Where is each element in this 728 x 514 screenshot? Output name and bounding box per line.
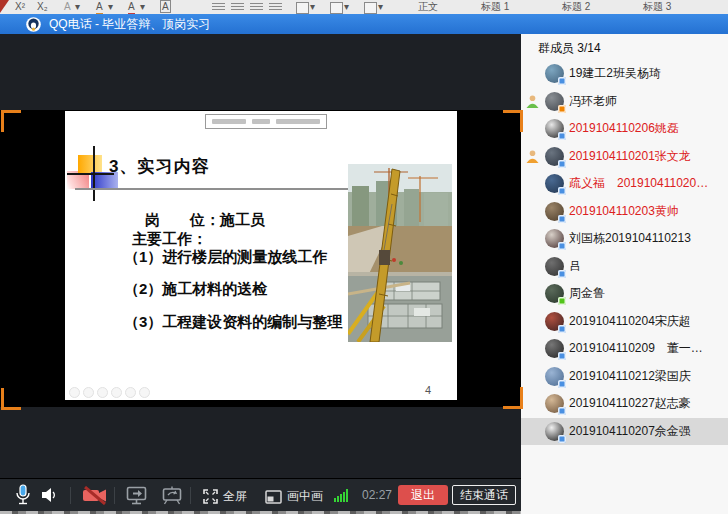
avatar <box>545 119 564 138</box>
camera-off-button[interactable] <box>82 486 108 505</box>
member-name: 2019104110206姚磊 <box>569 120 679 137</box>
member-list-item[interactable]: 2019104110207佘金强 <box>521 418 728 446</box>
member-name: 冯环老师 <box>569 93 617 110</box>
member-list-item[interactable]: 2019104110204宋庆超 <box>521 308 728 336</box>
member-name: 2019104110203黄帅 <box>569 203 679 220</box>
online-badge-icon <box>558 132 566 140</box>
exit-button[interactable]: 退出 <box>398 485 448 505</box>
member-name: 2019104110204宋庆超 <box>569 313 691 330</box>
speaking-status-icon <box>525 94 541 109</box>
justify-icon[interactable] <box>269 3 282 12</box>
align-right-icon[interactable] <box>250 3 263 12</box>
font-effects-icon[interactable]: A <box>64 0 71 13</box>
avatar <box>545 147 564 166</box>
dropdown-caret-icon[interactable]: ▾ <box>140 0 145 13</box>
borders-icon[interactable] <box>364 2 377 14</box>
capture-corner-bottomleft <box>1 388 21 410</box>
toolbar-divider <box>70 487 71 504</box>
picture-in-picture-icon <box>265 490 282 504</box>
member-list-item[interactable]: 19建工2班吴杨琦 <box>521 60 728 88</box>
background-app-logo-icon <box>0 0 9 13</box>
speaker-button[interactable] <box>40 487 58 503</box>
member-list-item[interactable]: 2019104110227赵志豪 <box>521 390 728 418</box>
align-left-icon[interactable] <box>212 3 225 12</box>
more-options-icon <box>139 387 150 398</box>
status-slot <box>525 121 541 136</box>
avatar <box>545 92 564 111</box>
dropdown-caret-icon[interactable]: ▾ <box>75 0 80 13</box>
subscript-icon[interactable]: X₂ <box>37 0 48 13</box>
member-name: 刘国栋2019104110213 <box>569 230 691 247</box>
dropdown-caret-icon[interactable]: ▾ <box>378 0 383 13</box>
online-badge-icon <box>558 407 566 415</box>
style-heading1[interactable]: 标题 1 <box>481 0 509 13</box>
line-spacing-icon[interactable] <box>296 2 309 14</box>
dropdown-caret-icon[interactable]: ▾ <box>108 0 113 13</box>
online-badge-icon <box>558 352 566 360</box>
shading-icon[interactable] <box>330 2 343 14</box>
call-timer: 02:27 <box>362 488 392 502</box>
prev-slide-icon <box>69 387 80 398</box>
dropdown-caret-icon[interactable]: ▾ <box>310 0 315 13</box>
call-title: QQ电话 - 毕业答辩、顶岗实习 <box>49 16 210 33</box>
member-name: 2019104110212梁国庆 <box>569 368 691 385</box>
avatar <box>545 174 564 193</box>
style-heading2[interactable]: 标题 2 <box>562 0 590 13</box>
member-list-item[interactable]: 吕 <box>521 253 728 281</box>
slide-logo-decoration <box>67 173 114 175</box>
highlight-color-icon[interactable]: A <box>96 0 103 14</box>
member-list-item[interactable]: 2019104110201张文龙 <box>521 143 728 171</box>
member-list-item[interactable]: 2019104110212梁国庆 <box>521 363 728 391</box>
avatar <box>545 422 564 441</box>
member-list[interactable]: 19建工2班吴杨琦冯环老师2019104110206姚磊201910411020… <box>521 60 728 445</box>
style-normal[interactable]: 正文 <box>418 0 438 13</box>
member-list-item[interactable]: 2019104110203黄帅 <box>521 198 728 226</box>
zoom-tool-icon <box>125 387 136 398</box>
member-list-item[interactable]: 冯环老师 <box>521 88 728 116</box>
online-badge-icon <box>558 270 566 278</box>
member-list-item[interactable]: 2019104110206姚磊 <box>521 115 728 143</box>
online-badge-icon <box>558 160 566 168</box>
status-slot <box>525 204 541 219</box>
member-name: 2019104110227赵志豪 <box>569 395 691 412</box>
font-color-icon[interactable]: A <box>128 0 135 14</box>
superscript-icon[interactable]: X² <box>15 0 25 13</box>
member-name: 2019104110201张文龙 <box>569 148 691 165</box>
member-name: 2019104110207佘金强 <box>569 423 691 440</box>
capture-corner-bottomright <box>503 387 523 409</box>
member-list-item[interactable]: 刘国栋2019104110213 <box>521 225 728 253</box>
network-signal-icon <box>334 489 348 502</box>
capture-corner-topleft <box>1 110 21 132</box>
pen-tool-icon <box>97 387 108 398</box>
align-center-icon[interactable] <box>231 3 244 12</box>
online-badge-icon <box>558 105 566 113</box>
slide-title: 3、实习内容 <box>109 155 209 178</box>
slide-header-box <box>205 114 327 129</box>
slideshow-controls[interactable] <box>69 387 150 398</box>
member-list-item[interactable]: 2019104110209 董一… <box>521 335 728 363</box>
style-heading3[interactable]: 标题 3 <box>643 0 671 13</box>
member-count-header: 群成员 3/14 <box>538 40 601 57</box>
slide-text-post: 岗 位：施工员 <box>145 211 265 230</box>
status-slot <box>525 286 541 301</box>
shared-slide: 3、实习内容 岗 位：施工员 主要工作： （1）进行楼层的测量放线工作 （2）施… <box>65 111 457 400</box>
presentation-board-button[interactable] <box>162 486 182 505</box>
slide-text-item2: （2）施工材料的送检 <box>124 280 267 299</box>
status-slot <box>525 341 541 356</box>
share-screen-button[interactable] <box>126 486 147 505</box>
avatar <box>545 229 564 248</box>
toolbar-divider <box>114 487 115 504</box>
online-badge-icon <box>558 215 566 223</box>
member-list-item[interactable]: 周金鲁 <box>521 280 728 308</box>
avatar <box>545 64 564 83</box>
picture-in-picture-button[interactable]: 画中画 <box>265 488 323 505</box>
slide-page-number: 4 <box>425 384 431 396</box>
microphone-button[interactable] <box>14 484 32 506</box>
avatar <box>545 284 564 303</box>
fullscreen-label: 全屏 <box>223 488 247 505</box>
fullscreen-button[interactable]: 全屏 <box>203 488 247 505</box>
character-border-icon[interactable]: A <box>160 0 171 13</box>
dropdown-caret-icon[interactable]: ▾ <box>344 0 349 13</box>
member-list-item[interactable]: 疏义福 201910411020… <box>521 170 728 198</box>
end-call-button[interactable]: 结束通话 <box>452 485 516 505</box>
